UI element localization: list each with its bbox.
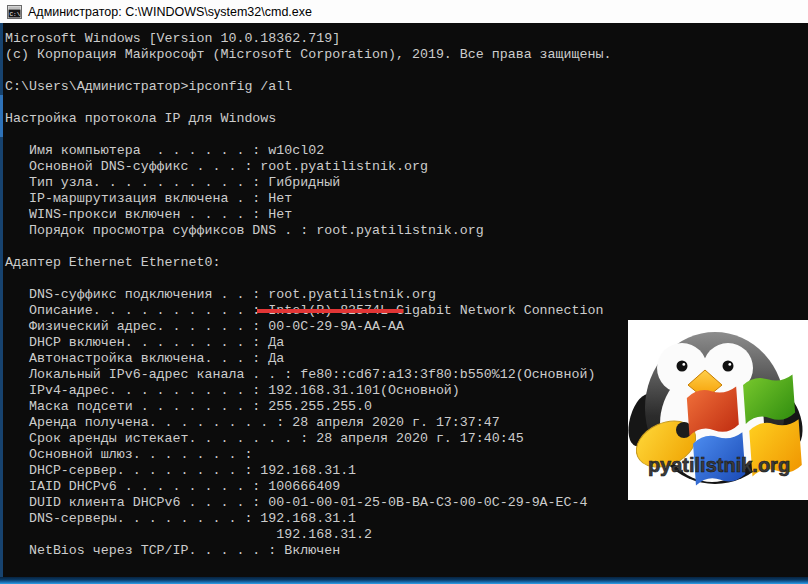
penguin-windows-logo-image: pyatilistnik.org — [628, 320, 808, 500]
window-bottom-border — [0, 577, 808, 584]
watermark-text: pyatilistnik.org — [648, 454, 790, 476]
penguin-right-eye — [723, 361, 734, 372]
cmd-icon[interactable]: C:\ — [7, 5, 22, 19]
mac-address-red-underline — [257, 309, 403, 313]
window-titlebar[interactable]: C:\ Администратор: C:\WINDOWS\system32\c… — [0, 0, 808, 23]
svg-text:C:\: C:\ — [10, 11, 21, 18]
penguin-left-eye — [677, 361, 688, 372]
window-left-border-highlight — [0, 95, 3, 137]
watermark-logo: pyatilistnik.org — [628, 320, 808, 500]
window-title: Администратор: C:\WINDOWS\system32\cmd.e… — [28, 5, 312, 19]
